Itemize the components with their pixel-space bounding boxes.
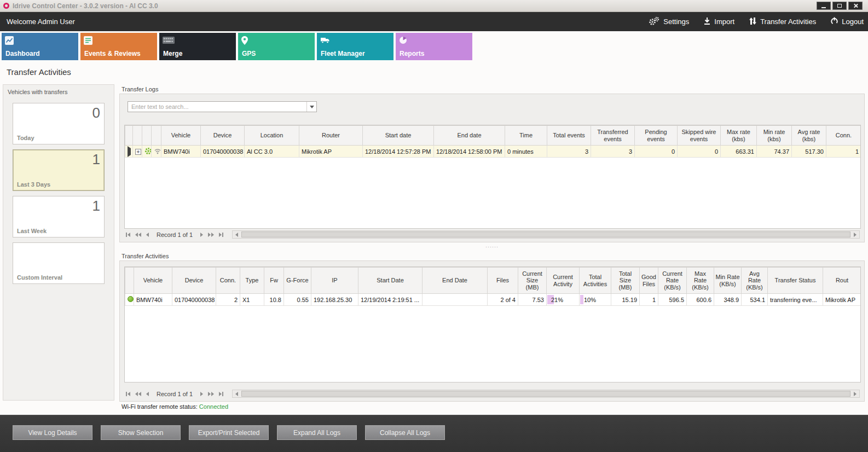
window-title: Idrive Control Center - 3.0.2 version - … — [13, 2, 817, 10]
col-header-current-activity[interactable]: Current Activity — [547, 268, 580, 294]
scrollbar-thumb[interactable] — [241, 231, 850, 237]
tile-merge[interactable]: Merge — [159, 33, 236, 60]
next-record-button[interactable] — [199, 230, 205, 239]
col-header-vehicle[interactable]: Vehicle — [134, 268, 172, 294]
col-header-type[interactable]: Type — [240, 268, 264, 294]
col-header-total-activities[interactable]: Total Activities — [580, 268, 611, 294]
first-record-button[interactable] — [124, 230, 132, 239]
prev-record-button[interactable] — [144, 390, 151, 398]
expand-cell[interactable] — [133, 146, 142, 158]
card-label: Today — [17, 135, 34, 141]
col-header-good-files[interactable]: Good Files — [640, 268, 658, 294]
col-header-time[interactable]: Time — [505, 126, 547, 146]
col-header-device[interactable]: Device — [201, 126, 245, 146]
filter-card-last-3-days[interactable]: 1 Last 3 Days — [13, 149, 105, 191]
logs-horizontal-scrollbar[interactable] — [232, 230, 860, 239]
col-header-vehicle[interactable]: Vehicle — [161, 126, 201, 146]
scroll-left-icon[interactable] — [233, 390, 241, 397]
col-header-files[interactable]: Files — [488, 268, 518, 294]
col-header-device[interactable]: Device — [172, 268, 216, 294]
transfer-logs-grid[interactable]: Vehicle Device Location Router Start dat… — [124, 125, 861, 229]
collapse-all-logs-button[interactable]: Collapse All Logs — [365, 425, 445, 440]
close-button[interactable] — [848, 2, 863, 10]
tile-dashboard[interactable]: Dashboard — [2, 33, 78, 60]
col-header-start-date[interactable]: Start Date — [358, 268, 423, 294]
col-header-router[interactable]: Rout — [823, 268, 861, 294]
col-header-ip[interactable]: IP — [311, 268, 358, 294]
next-page-button[interactable] — [206, 230, 216, 239]
tile-fleet-manager[interactable]: Fleet Manager — [317, 33, 394, 60]
maximize-button[interactable] — [832, 2, 847, 10]
tile-events-reviews[interactable]: Events & Reviews — [80, 33, 157, 60]
chevron-down-icon[interactable] — [306, 102, 316, 112]
export-print-selected-button[interactable]: Export/Print Selected — [189, 425, 269, 440]
scroll-right-icon[interactable] — [851, 390, 859, 397]
col-header-max-rate[interactable]: Max rate (kbs) — [721, 126, 757, 146]
col-header-conn[interactable]: Conn. — [216, 268, 240, 294]
transfer-activities-button[interactable]: Transfer Activities — [749, 17, 816, 27]
scroll-left-icon[interactable] — [233, 231, 241, 238]
window-titlebar[interactable]: Idrive Control Center - 3.0.2 version - … — [0, 0, 868, 12]
next-page-button[interactable] — [206, 390, 216, 398]
col-header-pending-events[interactable]: Pending events — [635, 126, 678, 146]
expand-all-logs-button[interactable]: Expand All Logs — [277, 425, 357, 440]
import-button[interactable]: Import — [703, 17, 734, 27]
last-record-button[interactable] — [217, 390, 225, 398]
logs-pager: Record 1 of 1 — [124, 230, 860, 239]
col-header-gforce[interactable]: G-Force — [284, 268, 311, 294]
transfer-logs-caption: Transfer Logs — [121, 86, 158, 92]
settings-button[interactable]: Settings — [648, 16, 689, 27]
col-header-conn[interactable]: Conn. — [826, 126, 861, 146]
logout-button[interactable]: Logout — [830, 17, 864, 27]
tile-gps[interactable]: GPS — [238, 33, 315, 60]
activities-horizontal-scrollbar[interactable] — [232, 390, 860, 398]
expand-plus-icon[interactable] — [135, 149, 141, 155]
filter-card-custom-interval[interactable]: Custom Interval — [13, 242, 105, 284]
row-indicator — [125, 146, 133, 158]
first-record-button[interactable] — [124, 390, 132, 398]
log-search-input[interactable] — [128, 103, 306, 110]
panel-splitter[interactable]: ······ — [119, 245, 865, 249]
col-header-end-date[interactable]: End date — [434, 126, 505, 146]
col-header-location[interactable]: Location — [245, 126, 299, 146]
col-header-avg-rate[interactable]: Avg rate (kbs) — [792, 126, 826, 146]
col-header-start-date[interactable]: Start date — [363, 126, 434, 146]
col-header-router[interactable]: Router — [299, 126, 363, 146]
col-header-current-rate[interactable]: Current Rate (KB/s) — [658, 268, 687, 294]
prev-page-button[interactable] — [134, 230, 143, 239]
tile-label: Fleet Manager — [321, 50, 365, 57]
col-header-transferred-events[interactable]: Transferred events — [591, 126, 635, 146]
show-selection-button[interactable]: Show Selection — [101, 425, 181, 440]
col-header-max-rate[interactable]: Max Rate (KB/s) — [687, 268, 714, 294]
scrollbar-thumb[interactable] — [241, 391, 850, 397]
last-record-button[interactable] — [217, 230, 225, 239]
tile-reports[interactable]: Reports — [396, 33, 472, 60]
prev-record-button[interactable] — [144, 230, 151, 239]
log-search-combo[interactable] — [128, 101, 317, 112]
view-log-details-button[interactable]: View Log Details — [13, 425, 92, 440]
filter-card-last-week[interactable]: 1 Last Week — [13, 196, 105, 237]
filter-card-today[interactable]: 0 Today — [13, 103, 105, 144]
col-header-total-events[interactable]: Total events — [547, 126, 591, 146]
record-counter: Record 1 of 1 — [157, 391, 193, 397]
prev-page-button[interactable] — [134, 390, 143, 398]
act-cell-gforce: 0.55 — [284, 294, 311, 306]
col-header-transfer-status[interactable]: Transfer Status — [768, 268, 823, 294]
col-header-end-date[interactable]: End Date — [423, 268, 488, 294]
col-header-skipped-wire-events[interactable]: Skipped wire events — [678, 126, 721, 146]
minimize-button[interactable] — [817, 2, 831, 10]
col-header-avg-rate[interactable]: Avg Rate (KB/s) — [742, 268, 768, 294]
transfer-activities-grid[interactable]: Vehicle Device Conn. Type Fw G-Force IP … — [124, 266, 861, 383]
activity-row[interactable]: BMW740i 017040000038 2 X1 10.8 0.55 192.… — [125, 294, 861, 306]
log-cell-pending-events: 0 — [635, 146, 678, 158]
col-header-total-size[interactable]: Total Size (MB) — [611, 268, 640, 294]
col-header-min-rate[interactable]: Min Rate (KB/s) — [714, 268, 742, 294]
next-record-button[interactable] — [199, 390, 205, 398]
transfer-logs-group: Vehicle Device Location Router Start dat… — [119, 94, 865, 242]
col-header-min-rate[interactable]: Min rate (kbs) — [757, 126, 792, 146]
tile-label: Dashboard — [5, 50, 40, 57]
log-row[interactable]: BMW740i 017040000038 Al CC 3.0 Mikrotik … — [125, 146, 861, 158]
col-header-current-size[interactable]: Current Size (MB) — [518, 268, 547, 294]
scroll-right-icon[interactable] — [851, 231, 859, 238]
col-header-fw[interactable]: Fw — [264, 268, 284, 294]
